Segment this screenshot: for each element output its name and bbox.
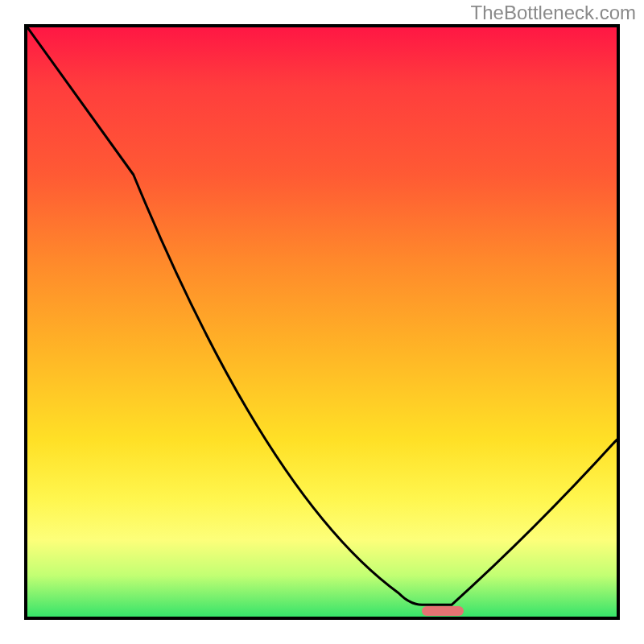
plot-area xyxy=(24,24,620,620)
watermark-text: TheBottleneck.com xyxy=(471,2,636,24)
optimal-range-marker xyxy=(422,606,463,616)
bottleneck-curve xyxy=(27,27,617,617)
stage: TheBottleneck.com xyxy=(0,0,644,644)
